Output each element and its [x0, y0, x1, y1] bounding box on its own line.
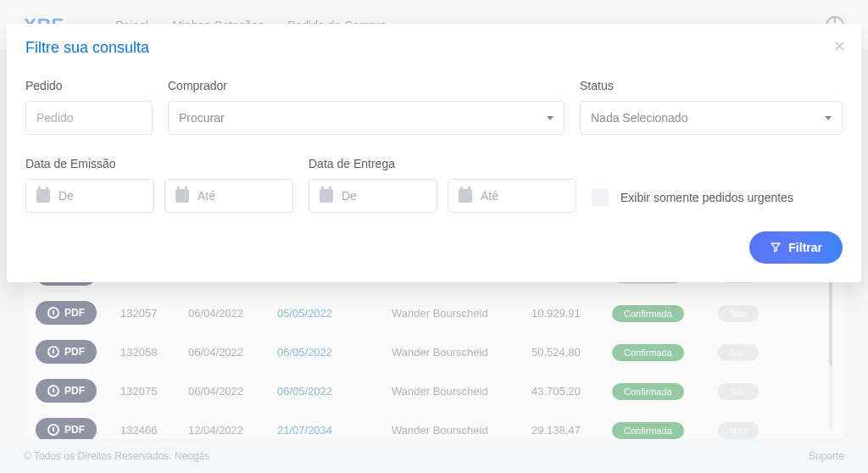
funnel-icon [770, 242, 782, 253]
calendar-icon [36, 189, 50, 203]
filter-button[interactable]: Filtrar [749, 231, 843, 264]
pedido-input[interactable] [25, 101, 153, 135]
calendar-icon [175, 189, 189, 203]
comprador-label: Comprador [168, 79, 565, 92]
status-placeholder: Nada Selecionado [591, 111, 687, 125]
chevron-down-icon [547, 116, 554, 120]
calendar-icon [459, 189, 472, 203]
emissao-label: Data de Emissão [25, 157, 293, 170]
status-select[interactable]: Nada Selecionado [580, 101, 843, 135]
filter-modal: Filtre sua consulta ✕ Pedido Comprador P… [7, 24, 861, 282]
ate-placeholder: Até [198, 189, 215, 203]
emissao-ate-input[interactable]: Até [164, 179, 293, 213]
entrega-ate-input[interactable]: Até [448, 179, 576, 213]
comprador-select[interactable]: Procurar [168, 101, 565, 135]
filter-button-label: Filtrar [788, 241, 822, 254]
entrega-label: Data de Entrega [309, 157, 576, 170]
urgent-checkbox[interactable] [592, 189, 609, 206]
de-placeholder: De [342, 189, 357, 203]
ate-placeholder: Até [481, 189, 498, 203]
calendar-icon [320, 189, 333, 203]
modal-title: Filtre sua consulta [25, 39, 843, 57]
de-placeholder: De [58, 189, 74, 203]
entrega-de-input[interactable]: De [309, 179, 437, 213]
close-icon[interactable]: ✕ [833, 37, 846, 56]
chevron-down-icon [825, 116, 832, 120]
urgent-checkbox-label: Exibir somente pedidos urgentes [620, 191, 793, 204]
emissao-de-input[interactable]: De [25, 179, 154, 213]
comprador-placeholder: Procurar [179, 111, 225, 125]
status-label: Status [580, 79, 843, 92]
pedido-label: Pedido [25, 79, 153, 92]
